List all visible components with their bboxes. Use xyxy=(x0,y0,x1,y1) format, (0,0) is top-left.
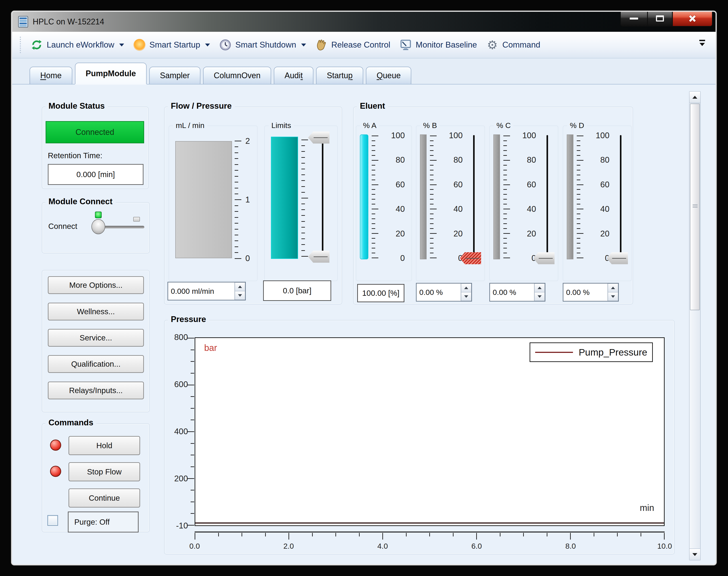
eluent-b-slider-track[interactable] xyxy=(473,135,475,255)
limits-slider-track[interactable] xyxy=(322,140,323,257)
purge-checkbox[interactable] xyxy=(47,515,58,526)
minimize-button[interactable] xyxy=(620,11,647,26)
spin-down-button[interactable] xyxy=(535,292,545,301)
tick-label: 100 xyxy=(391,131,405,140)
spin-up-button[interactable] xyxy=(535,284,545,292)
tab-home[interactable]: Home xyxy=(30,67,72,84)
toolbar-grip xyxy=(20,37,21,53)
monitor-baseline-button[interactable]: Monitor Baseline xyxy=(395,34,482,56)
flow-setpoint-input[interactable]: 0.000 ml/min xyxy=(168,283,235,300)
spin-down-button[interactable] xyxy=(461,292,471,301)
scroll-up-button[interactable] xyxy=(690,91,700,103)
tick-mark xyxy=(195,533,195,540)
tick-mark xyxy=(577,150,580,151)
tick-mark xyxy=(235,235,238,235)
maximize-button[interactable] xyxy=(647,11,672,26)
eluent-c-input[interactable]: 0.00 % xyxy=(490,284,534,301)
service-button[interactable]: Service... xyxy=(48,329,144,347)
tick-mark xyxy=(577,209,584,209)
clock-icon xyxy=(219,38,232,51)
more-options-button[interactable]: More Options... xyxy=(48,276,144,294)
spin-down-button[interactable] xyxy=(608,292,618,301)
release-control-button[interactable]: Release Control xyxy=(311,34,395,56)
tab-queue[interactable]: Queue xyxy=(366,67,411,84)
tick-mark xyxy=(503,160,510,161)
tick-mark xyxy=(235,194,238,194)
eluent-c-slider-track[interactable] xyxy=(546,135,548,255)
command-button[interactable]: ⚙ Command xyxy=(481,34,545,56)
chevron-down-icon xyxy=(205,44,210,47)
tick-mark xyxy=(235,158,238,159)
tick-mark xyxy=(570,533,571,540)
tick-mark xyxy=(429,533,430,537)
spin-down-button[interactable] xyxy=(235,291,245,300)
continue-button[interactable]: Continue xyxy=(69,488,140,508)
tick-mark xyxy=(430,175,433,175)
wellness-button[interactable]: Wellness... xyxy=(48,303,144,320)
tick-mark xyxy=(430,155,433,156)
tick-label: 0.0 xyxy=(185,542,205,550)
hold-button[interactable]: Hold xyxy=(69,436,140,455)
smart-shutdown-button[interactable]: Smart Shutdown xyxy=(214,34,311,56)
smart-startup-button[interactable]: Smart Startup xyxy=(129,34,214,56)
tick-mark xyxy=(235,176,238,177)
tick-label: 80 xyxy=(600,155,610,165)
tab-audit[interactable]: Audit xyxy=(274,67,314,84)
eluent-header: Eluent xyxy=(357,101,388,111)
tick-mark xyxy=(235,170,238,171)
eluent-b-spinbox: 0.00 % xyxy=(416,283,472,301)
eluent-d-slider-track[interactable] xyxy=(620,135,621,255)
tick-label: 600 xyxy=(174,380,188,389)
scrollbar-thumb[interactable] xyxy=(690,104,700,310)
tick-mark xyxy=(577,160,584,161)
toolbar-overflow-button[interactable] xyxy=(698,37,707,51)
eluent-c-ticks xyxy=(503,136,510,258)
tick-mark xyxy=(188,478,194,479)
tick-label: 100 xyxy=(449,131,463,140)
tick-mark xyxy=(664,533,665,540)
tick-mark xyxy=(372,223,375,224)
relays-inputs-button[interactable]: Relays/Inputs... xyxy=(48,381,144,399)
tick-mark xyxy=(372,160,378,161)
overflow-bar-icon xyxy=(699,40,705,41)
tab-pumpmodule[interactable]: PumpModule xyxy=(75,63,146,84)
tab-startup[interactable]: Startup xyxy=(316,67,363,84)
pressure-x-axis-ticks xyxy=(195,533,665,540)
tick-mark xyxy=(503,155,507,156)
module-connect-header: Module Connect xyxy=(45,197,116,206)
tick-mark xyxy=(372,238,375,239)
tick-mark xyxy=(577,194,580,195)
tick-mark xyxy=(577,204,580,204)
tick-label: 40 xyxy=(600,205,610,213)
eluent-b-label: % B xyxy=(421,121,439,130)
tick-mark xyxy=(430,145,433,146)
scroll-down-button[interactable] xyxy=(690,548,700,560)
tab-sampler[interactable]: Sampler xyxy=(149,67,200,84)
tick-mark xyxy=(577,223,580,224)
tick-mark xyxy=(503,189,507,190)
spin-up-button[interactable] xyxy=(608,284,618,292)
spin-up-button[interactable] xyxy=(235,283,245,291)
tick-mark xyxy=(577,243,580,243)
purge-status-field[interactable]: Purge: Off xyxy=(68,512,139,532)
flow-pressure-header: Flow / Pressure xyxy=(168,101,235,111)
title-bar[interactable]: HPLC on W-152214 xyxy=(12,12,716,32)
qualification-button[interactable]: Qualification... xyxy=(48,355,144,373)
launch-eworkflow-button[interactable]: Launch eWorkflow xyxy=(26,34,129,56)
tick-mark xyxy=(235,141,241,141)
stop-flow-button[interactable]: Stop Flow xyxy=(69,462,140,481)
tick-mark xyxy=(577,199,580,200)
limits-label: Limits xyxy=(269,121,294,130)
tab-columnoven[interactable]: ColumnOven xyxy=(203,67,271,84)
eluent-b-input[interactable]: 0.00 % xyxy=(416,284,461,301)
tick-mark xyxy=(301,192,305,193)
close-button[interactable] xyxy=(672,11,712,26)
tick-label: 0 xyxy=(400,254,405,263)
spin-up-button[interactable] xyxy=(461,284,471,292)
eluent-d-input[interactable]: 0.00 % xyxy=(563,284,608,301)
connect-slider-knob[interactable] xyxy=(91,219,105,234)
vertical-scrollbar[interactable] xyxy=(689,91,701,560)
tick-mark xyxy=(312,533,313,537)
tick-mark xyxy=(191,443,194,444)
connect-label: Connect xyxy=(48,222,77,231)
